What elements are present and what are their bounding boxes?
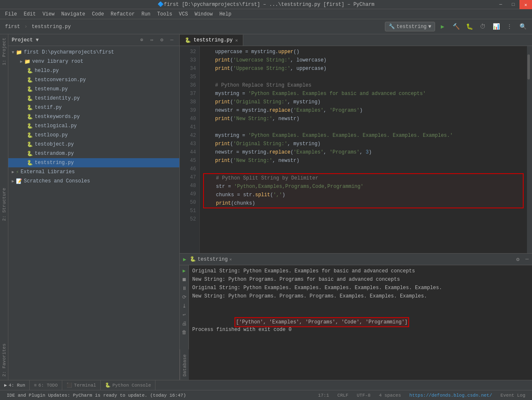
build-button[interactable]: 🔨 [450, 21, 462, 33]
run-tab-close[interactable]: ✕ [229, 257, 232, 262]
tree-item-testloop[interactable]: 🐍 testloop.py [8, 131, 179, 140]
scrollbar-thumb[interactable] [527, 54, 530, 79]
code-line-43: print('Original String:', mystring) [203, 140, 524, 148]
code-line-49: chunks = str.split(',') [204, 191, 523, 199]
rerun-button[interactable]: ⟳ [181, 293, 188, 301]
tree-label: teststring.py [35, 160, 74, 166]
tree-label: testconversion.py [35, 77, 86, 83]
folder-icon: 📁 [16, 49, 22, 56]
todo-bottom-tab[interactable]: ≡ 6: TODO [30, 380, 62, 390]
project-panel-toggle[interactable]: 1: Project [2, 38, 7, 65]
run-button[interactable]: ▶ [437, 21, 448, 33]
toolbar: first › teststring.py 🔧 teststring ▼ ▶ 🔨… [0, 19, 532, 34]
settings-gear-icon[interactable]: ⚙ [158, 36, 166, 44]
tree-item-testlogical[interactable]: 🐍 testlogical.py [8, 121, 179, 131]
tree-item-testkeywords[interactable]: 🐍 testkeywords.py [8, 112, 179, 121]
tree-item-testidentity[interactable]: 🐍 testidentity.py [8, 94, 179, 103]
menu-item-refactor[interactable]: Refactor [107, 10, 138, 18]
structure-panel-toggle[interactable]: 2: Structure [2, 188, 7, 221]
scroll-end-button[interactable]: ⤓ [181, 302, 188, 310]
tree-item-testconversion[interactable]: 🐍 testconversion.py [8, 75, 179, 85]
tree-item-scratches[interactable]: ▶ 📝 Scratches and Consoles [8, 177, 179, 186]
run-bottom-tab[interactable]: ▶ 4: Run [0, 380, 30, 390]
editor-area: 🐍 teststring.py ✕ 32 33 34 35 36 37 38 3… [180, 34, 532, 349]
more-actions-button[interactable]: ⋮ [504, 21, 515, 33]
stop-button[interactable]: ⏹ [181, 276, 188, 283]
profile-button[interactable]: ⏱ [477, 21, 489, 33]
pause-button[interactable]: ⏸ [181, 285, 188, 292]
tree-label: testidentity.py [35, 95, 80, 101]
debug-button[interactable]: 🐛 [463, 21, 475, 33]
code-editor[interactable]: 32 33 34 35 36 37 38 39 40 41 42 43 44 4… [180, 46, 532, 253]
menu-item-code[interactable]: Code [89, 10, 107, 18]
menu-item-vcs[interactable]: VCS [176, 10, 191, 18]
menu-item-edit[interactable]: Edit [20, 10, 39, 18]
csdn-link[interactable]: https://defonds.blog.csdn.net/ [406, 393, 496, 398]
tree-item-external-libs[interactable]: ▶ ⚡ External Libraries [8, 167, 179, 177]
app-icon: 🔷 [158, 1, 164, 8]
editor-tab-teststring[interactable]: 🐍 teststring.py ✕ [180, 35, 243, 46]
code-line-50: print(chunks) [204, 199, 523, 208]
menu-item-run[interactable]: Run [138, 10, 154, 18]
event-log-link[interactable]: Event Log [497, 393, 529, 398]
project-panel-title: Project ▼ [12, 37, 136, 43]
softrap-button[interactable]: ↩ [181, 311, 188, 318]
menu-item-navigate[interactable]: Navigate [58, 10, 89, 18]
favorites-panel-toggle[interactable]: 2: Favorites [2, 344, 7, 377]
coverage-button[interactable]: 📊 [490, 21, 502, 33]
menu-item-file[interactable]: File [2, 10, 20, 18]
run-minimize-icon[interactable]: ─ [525, 256, 529, 262]
locate-button[interactable]: ⊕ [137, 36, 146, 44]
tree-item-hello[interactable]: 🐍 hello.py [8, 66, 179, 75]
search-everywhere-button[interactable]: 🔍 [517, 21, 529, 33]
terminal-bottom-tab[interactable]: ⬛ Terminal [62, 380, 101, 390]
tree-item-teststring[interactable]: 🐍 teststring.py [8, 158, 179, 167]
indent-info: 4 spaces [376, 393, 405, 398]
close-button[interactable]: ✕ [519, 0, 532, 9]
maximize-button[interactable]: □ [507, 0, 519, 9]
menu-item-view[interactable]: View [39, 10, 58, 18]
python-console-tab[interactable]: 🐍 Python Console [101, 380, 155, 390]
tree-item-testenum[interactable]: 🐍 testenum.py [8, 85, 179, 94]
menu-item-window[interactable]: Window [191, 10, 216, 18]
run-again-button[interactable]: ▶ [181, 267, 188, 274]
tree-item-testrandom[interactable]: 🐍 testrandom.py [8, 149, 179, 158]
tree-item-testif[interactable]: 🐍 testif.py [8, 103, 179, 112]
run-config-dropdown[interactable]: 🔧 teststring ▼ [385, 22, 435, 31]
code-line-48: str = 'Python,Examples,Programs,Code,Pro… [204, 182, 523, 191]
run-settings-icon[interactable]: ⚙ [516, 256, 519, 263]
tab-close-button[interactable]: ✕ [235, 38, 238, 43]
ide-update-message[interactable]: IDE and Plugin Updates: PyCharm is ready… [3, 393, 189, 398]
py-file-icon-tab: 🐍 [185, 37, 191, 44]
py-file-icon: 🐍 [27, 141, 33, 148]
print-button[interactable]: 🖨 [181, 320, 188, 327]
collapse-all-button[interactable]: ⇔ [148, 36, 156, 44]
editor-tabs: 🐍 teststring.py ✕ [180, 34, 532, 46]
clear-button[interactable]: 🗑 [181, 328, 188, 336]
run-tab-label: teststring [198, 256, 228, 262]
run-tab-teststring[interactable]: 🐍 teststring ✕ [190, 256, 232, 262]
tree-label: testloop.py [35, 132, 68, 138]
editor-scrollbar[interactable] [527, 46, 532, 253]
run-panel-header: ▶ 🐍 teststring ✕ ⚙ ─ [180, 254, 532, 265]
tree-item-first-root[interactable]: ▼ 📁 first D:\pycharmprojects\first [8, 48, 179, 57]
code-line-42: mystring = 'Python Examples. Examples. E… [203, 131, 524, 140]
tab-label: teststring.py [193, 37, 233, 43]
menu-item-help[interactable]: Help [216, 10, 235, 18]
py-file-icon: 🐍 [27, 160, 33, 166]
database-panel-toggle[interactable]: Database [181, 351, 188, 380]
tree-label: venv library root [32, 59, 83, 64]
tree-item-testobject[interactable]: 🐍 testobject.py [8, 140, 179, 149]
python-console-icon: 🐍 [105, 382, 111, 388]
breadcrumb-file[interactable]: teststring.py [30, 23, 73, 31]
code-content[interactable]: uppercase = mystring.upper() print('Lowe… [200, 46, 527, 253]
hide-panel-button[interactable]: ─ [168, 36, 176, 44]
tree-item-venv[interactable]: ▶ 📁 venv library root [8, 57, 179, 66]
minimize-button[interactable]: ─ [494, 0, 507, 9]
todo-tab-label: 6: TODO [38, 383, 58, 388]
code-line-41 [203, 123, 524, 131]
code-line-52 [203, 217, 524, 225]
statusbar: IDE and Plugin Updates: PyCharm is ready… [0, 390, 532, 400]
breadcrumb-first[interactable]: first [3, 23, 22, 31]
menu-item-tools[interactable]: Tools [154, 10, 176, 18]
